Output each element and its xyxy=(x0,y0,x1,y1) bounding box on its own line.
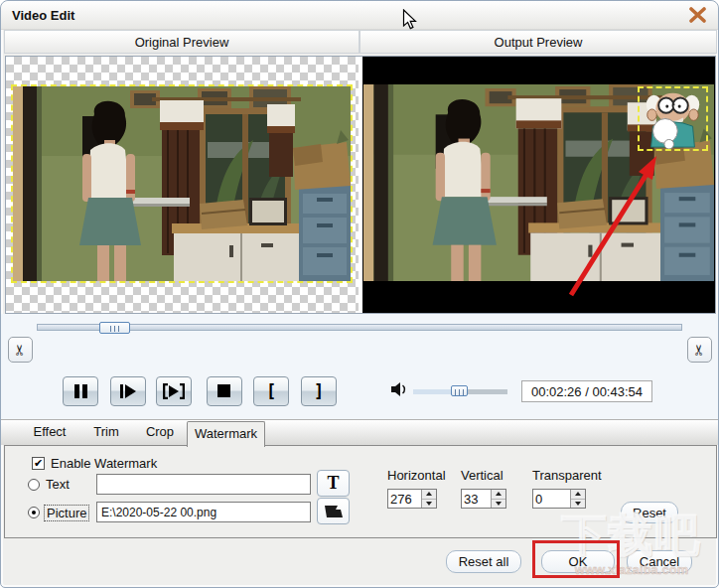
pause-icon xyxy=(71,383,90,399)
video-edit-dialog: Video Edit Original Preview Output Previ… xyxy=(0,0,719,588)
window-title: Video Edit xyxy=(12,8,74,23)
trim-start-scissor-button[interactable]: ✂ xyxy=(8,337,33,363)
enable-watermark-checkbox[interactable]: ✔ xyxy=(32,457,45,470)
enable-watermark-label: Enable Watermark xyxy=(51,456,157,471)
close-button[interactable] xyxy=(688,7,708,24)
output-preview-header: Output Preview xyxy=(360,30,717,54)
transparent-spinner xyxy=(532,489,586,509)
ok-button[interactable]: OK xyxy=(541,550,615,573)
volume-slider-thumb[interactable] xyxy=(451,385,468,396)
bracket-right-icon: ] xyxy=(314,383,324,400)
mark-start-button[interactable]: [ xyxy=(253,376,289,406)
cancel-button[interactable]: Cancel xyxy=(627,550,692,573)
frame-forward-icon xyxy=(163,383,185,399)
step-play-icon xyxy=(118,383,138,399)
speaker-icon xyxy=(390,381,410,398)
bracket-left-icon: [ xyxy=(266,383,276,400)
scissors-icon: ✂ xyxy=(690,344,708,357)
spin-down-button[interactable] xyxy=(571,500,585,509)
close-icon xyxy=(688,7,708,24)
spin-up-button[interactable] xyxy=(571,490,585,500)
horizontal-spinner xyxy=(387,489,437,509)
original-video-crop-region[interactable] xyxy=(13,86,351,281)
frame-forward-button[interactable] xyxy=(156,376,192,406)
original-video-image xyxy=(13,86,351,281)
stop-button[interactable] xyxy=(207,376,242,406)
text-watermark-input[interactable] xyxy=(96,474,311,495)
scissors-icon: ✂ xyxy=(11,344,29,357)
thumb-grip xyxy=(455,389,465,395)
mark-end-button[interactable]: ] xyxy=(301,376,337,406)
tab-crop[interactable]: Crop xyxy=(134,424,186,439)
text-style-button[interactable]: T xyxy=(317,470,350,497)
seek-slider-thumb[interactable] xyxy=(99,322,130,334)
transparent-value-input[interactable] xyxy=(533,490,570,508)
vertical-spinner xyxy=(461,489,506,509)
watermark-selection[interactable] xyxy=(638,86,708,151)
tab-trim[interactable]: Trim xyxy=(80,424,132,439)
watermark-image xyxy=(640,88,706,149)
tab-effect[interactable]: Effect xyxy=(19,424,80,439)
picture-path-input[interactable] xyxy=(96,502,311,522)
tab-watermark[interactable]: Watermark xyxy=(187,421,265,447)
spin-up-button[interactable] xyxy=(422,490,436,500)
edit-tabstrip: Effect Trim Crop Watermark xyxy=(1,419,719,445)
text-style-icon: T xyxy=(327,473,339,494)
picture-radio-label: Picture xyxy=(44,505,89,521)
picture-radio[interactable] xyxy=(28,507,40,518)
original-preview-header: Original Preview xyxy=(4,30,360,54)
picture-file-icon xyxy=(323,505,345,518)
horizontal-value-input[interactable] xyxy=(388,490,421,508)
browse-picture-button[interactable] xyxy=(317,498,350,524)
stop-icon xyxy=(216,383,232,399)
seek-slider-track[interactable] xyxy=(37,324,682,331)
spin-up-button[interactable] xyxy=(492,490,505,500)
transport-strip: ✂ ✂ [ ] xyxy=(1,314,719,419)
step-play-button[interactable] xyxy=(110,376,146,406)
thumb-grip xyxy=(110,326,120,332)
spin-down-button[interactable] xyxy=(422,500,436,509)
title-bar[interactable]: Video Edit xyxy=(1,1,718,30)
horizontal-label: Horizontal xyxy=(387,468,446,483)
text-radio-label: Text xyxy=(46,477,70,492)
text-radio[interactable] xyxy=(28,479,40,491)
watermark-panel: ✔ Enable Watermark Text T Picture Horizo… xyxy=(4,445,717,538)
output-preview-pane xyxy=(362,57,715,313)
preview-area xyxy=(5,56,716,314)
reset-all-button[interactable]: Reset all xyxy=(446,550,521,573)
vertical-label: Vertical xyxy=(461,468,503,483)
original-preview-pane xyxy=(6,57,359,313)
vertical-value-input[interactable] xyxy=(462,490,491,508)
reset-button[interactable]: Reset xyxy=(621,502,678,523)
transparent-label: Transparent xyxy=(532,468,602,483)
pause-button[interactable] xyxy=(63,376,98,406)
time-display: 00:02:26 / 00:43:54 xyxy=(521,380,652,402)
spin-down-button[interactable] xyxy=(492,500,505,509)
trim-end-scissor-button[interactable]: ✂ xyxy=(687,337,712,363)
